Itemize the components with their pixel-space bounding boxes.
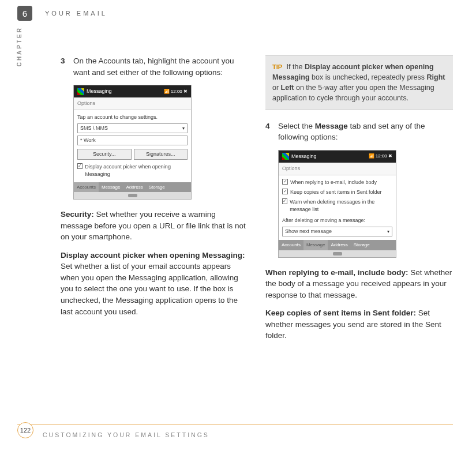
mock-titlebar: Messaging 📶 12:00 ✖ [279,151,396,163]
mock-signatures-button: Signatures... [134,149,188,160]
mock-chk2: Keep copies of sent items in Sent folder [290,189,382,196]
tip-box: TIP If the Display account picker when o… [265,55,453,110]
security-paragraph: Security: Set whether you receive a warn… [61,209,248,243]
mock-account-select: SMS \ MMS▾ [77,123,188,133]
step-number: 3 [61,55,66,78]
keep-copies-label: Keep copies of sent items in Sent folder… [265,309,416,317]
mock-tab-storage: Storage [146,182,168,193]
header-title: YOUR EMAIL [45,10,107,17]
mock-tab-accounts: Accounts [74,182,99,193]
dropdown-arrow-icon: ▾ [387,228,389,235]
mock-titlebar: Messaging 📶 12:00 ✖ [74,85,191,97]
mock-chk3: Warn when deleting messages in the messa… [290,198,392,213]
reply-paragraph: When replying to e-mail, include body: S… [265,267,453,301]
mock-security-button: Security... [77,149,132,160]
mock-tab-accounts: Accounts [279,240,303,250]
mock-options-label: Options [279,163,396,175]
screenshot-accounts-options: Messaging 📶 12:00 ✖ Options Tap an accou… [73,85,192,200]
page-header: 6 YOUR EMAIL [0,5,476,22]
mock-options-label: Options [74,97,191,110]
screenshot-message-options: Messaging 📶 12:00 ✖ Options ✓When replyi… [278,150,396,258]
keep-copies-paragraph: Keep copies of sent items in Sent folder… [265,307,453,341]
mock-bottom-bar [279,250,396,257]
left-column: 3 On the Accounts tab, highlight the acc… [61,55,248,405]
mock-tab-message: Message [99,182,123,193]
windows-logo-icon [77,88,84,95]
step-number: 4 [265,121,271,143]
chapter-vertical-label: CHAPTER [16,27,23,66]
reply-label: When replying to e-mail, include body: [265,268,408,277]
tip-mid-1: box is unchecked, repeatedly press [310,73,427,81]
step-4: 4 Select the Message tab and set any of … [265,121,453,143]
mock-tab-address: Address [328,240,350,250]
display-picker-paragraph: Display account picker when opening Mess… [61,250,248,317]
tip-post: on the 5-way after you open the Messagin… [272,84,434,102]
step-3: 3 On the Accounts tab, highlight the acc… [61,55,248,78]
tip-bold-2: Right [427,73,445,81]
windows-logo-icon [282,153,289,160]
content-area: 3 On the Accounts tab, highlight the acc… [61,55,453,405]
step4-bold: Message [315,122,348,130]
mock-checkbox: ✓ [77,163,83,169]
mock-checkbox: ✓ [282,179,288,185]
mock-account-2-row: * Work [77,136,188,145]
mock-bottom-bar [74,192,191,199]
mock-tab-message: Message [303,240,328,250]
tip-label: TIP [272,63,282,70]
security-label: Security: [61,210,94,219]
mock-status-icons: 📶 12:00 ✖ [164,88,188,95]
mock-checkbox: ✓ [282,189,288,194]
tip-bold-3: Left [281,84,294,92]
mock-account-1: SMS \ MMS [80,125,108,132]
mock-checkbox: ✓ [282,198,287,204]
mock-tab-storage: Storage [351,240,373,250]
step4-pre: Select the [278,122,315,130]
mock-instruction: Tap an account to change settings. [77,114,188,121]
page-footer: 122 CUSTOMIZING YOUR EMAIL SETTINGS [17,424,453,441]
mock-after-select: Show next message▾ [282,227,392,236]
step-body: On the Accounts tab, highlight the accou… [73,55,248,78]
display-picker-label: Display account picker when opening Mess… [61,251,245,260]
mock-tab-address: Address [123,182,145,193]
page-number: 122 [17,422,33,438]
chapter-number-badge: 6 [17,6,32,21]
mock-title: Messaging [87,88,112,95]
tip-text-pre: If the [284,63,305,71]
step-body: Select the Message tab and set any of th… [278,121,453,143]
mock-chk1: When replying to e-mail, include body [290,179,377,186]
mock-select-value: Show next message [285,228,332,235]
dropdown-arrow-icon: ▾ [182,125,185,132]
right-column: TIP If the Display account picker when o… [265,55,453,405]
mock-title: Messaging [291,153,317,160]
mock-checkbox-label: Display account picker when opening Mess… [85,163,188,178]
footer-title: CUSTOMIZING YOUR EMAIL SETTINGS [43,431,209,438]
display-picker-text: Set whether a list of your email account… [61,262,238,315]
mock-status-icons: 📶 12:00 ✖ [369,153,392,160]
mock-after-label: After deleting or moving a message: [282,217,392,224]
tip-mid-2: or [272,84,281,92]
mock-account-2: * Work [80,137,96,144]
